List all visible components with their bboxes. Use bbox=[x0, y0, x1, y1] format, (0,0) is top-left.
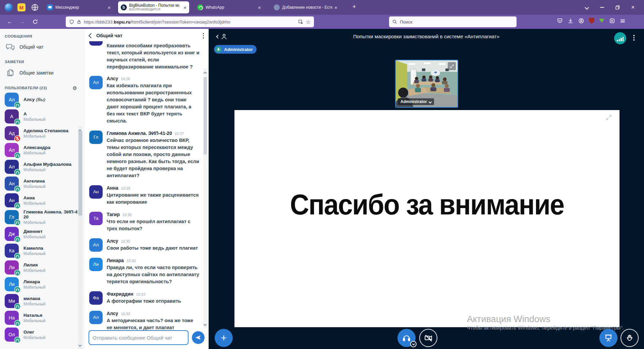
headphones-badge-icon bbox=[14, 118, 21, 125]
raise-hand-button[interactable] bbox=[621, 329, 639, 347]
back-button[interactable]: ← bbox=[5, 17, 14, 26]
user-list-item[interactable]: Ал Альфия Муфазалова Мобильный bbox=[0, 158, 85, 175]
downloads-icon[interactable] bbox=[568, 18, 574, 24]
savefrom-arrow-icon[interactable] bbox=[599, 19, 604, 23]
scroll-up-icon[interactable] bbox=[204, 70, 206, 76]
user-list-item[interactable]: Ка Камилла Мобильный bbox=[0, 242, 85, 259]
webcam-video[interactable]: Administrator bbox=[395, 60, 458, 108]
user-status-badge bbox=[14, 320, 21, 327]
user-list-item[interactable]: Ан Ангелина Мобильный bbox=[0, 175, 85, 192]
avatar-initials: Ан bbox=[9, 198, 14, 203]
restore-button[interactable] bbox=[610, 0, 625, 15]
tab-messenger[interactable]: Мессенджер × bbox=[44, 1, 115, 13]
user-list-item[interactable]: Ми милана Мобильный bbox=[0, 293, 85, 309]
ublock-icon[interactable] bbox=[589, 18, 594, 24]
chat-message-input[interactable]: Отправить сообщение Общий чат bbox=[89, 330, 189, 345]
scroll-down-icon[interactable] bbox=[79, 342, 81, 348]
tab-list-chevron-icon[interactable] bbox=[579, 0, 594, 15]
webcam-fullscreen-button[interactable] bbox=[448, 62, 456, 70]
user-avatar: Ли bbox=[5, 277, 19, 291]
lock-icon[interactable] bbox=[77, 19, 81, 24]
tab-whatsapp[interactable]: WhatsApp × bbox=[195, 1, 266, 13]
user-status-badge bbox=[14, 286, 21, 293]
globe-icon[interactable] bbox=[31, 3, 39, 11]
user-device-label: Мобильный bbox=[23, 318, 46, 323]
shield-icon[interactable] bbox=[69, 19, 74, 25]
tab-news[interactable]: Добавление новости - Естеств × bbox=[271, 1, 342, 13]
user-list: Ал Алсу(Вы) bbox=[0, 91, 85, 343]
chat-back-chevron-icon[interactable] bbox=[89, 33, 94, 38]
messenger-icon bbox=[47, 4, 53, 10]
user-list-item[interactable]: Ад Аделина Степанова Мобильный bbox=[0, 125, 85, 142]
reload-button[interactable] bbox=[31, 17, 40, 26]
pocket-icon[interactable] bbox=[557, 18, 563, 24]
user-device-label: Мобильный bbox=[23, 285, 46, 290]
user-status-badge bbox=[14, 202, 21, 209]
user-list-scrollbar[interactable] bbox=[78, 126, 83, 349]
addon-hand-icon[interactable] bbox=[609, 18, 615, 24]
forward-button[interactable]: → bbox=[18, 17, 27, 26]
webcam-user-dropdown[interactable]: Administrator bbox=[398, 98, 434, 105]
message-time: 10:26 bbox=[121, 77, 130, 81]
user-list-item[interactable]: На Наталья Мобильный bbox=[0, 309, 85, 326]
user-list-item[interactable]: Ан Анна Мобильный bbox=[0, 192, 85, 209]
menu-hamburger-icon[interactable]: ≡ bbox=[620, 17, 626, 24]
actions-plus-button[interactable]: + bbox=[215, 329, 233, 347]
sidebar-item-public-chat[interactable]: Общий чат bbox=[0, 40, 85, 54]
tab-close-icon[interactable]: × bbox=[183, 5, 186, 10]
search-bar[interactable]: Поиск bbox=[389, 16, 517, 27]
restore-presentation-button[interactable] bbox=[599, 329, 618, 347]
scrollbar-thumb[interactable] bbox=[78, 132, 82, 215]
mail-icon[interactable]: М bbox=[17, 3, 25, 11]
chat-title[interactable]: Общий чат bbox=[96, 33, 203, 38]
audio-options-chevron[interactable] bbox=[410, 341, 417, 347]
user-list-item[interactable]: Гл Глимова Анжела. ЭИП-41-20 Мобильный bbox=[0, 209, 85, 226]
bookmark-star-icon[interactable]: ☆ bbox=[306, 19, 311, 25]
user-list-item[interactable]: А А Мобильный bbox=[0, 108, 85, 125]
user-list-item[interactable]: Ал Алсу(Вы) bbox=[0, 91, 85, 108]
tab-close-icon[interactable]: × bbox=[334, 5, 337, 10]
presentation-stage: Попытки маскировки заимствований в систе… bbox=[209, 29, 644, 349]
manage-users-gear-icon[interactable]: ⚙ bbox=[72, 85, 77, 91]
tab-bigbluebutton[interactable]: b BigBlueButton - Попытки маск ВОСПРОИЗВ… bbox=[118, 1, 189, 13]
user-list-item[interactable]: Ли Линара Мобильный bbox=[0, 276, 85, 293]
send-message-button[interactable] bbox=[192, 331, 205, 344]
chat-options-kebab-icon[interactable] bbox=[203, 33, 204, 39]
chat-message: Ал Алсу 10:30 Свои работы тоже ведь дают… bbox=[89, 238, 200, 252]
chat-header: Общий чат bbox=[85, 29, 209, 41]
close-window-button[interactable]: × bbox=[625, 0, 641, 15]
user-list-item[interactable]: Ли Лилия Мобильный bbox=[0, 259, 85, 276]
user-avatar: Дж bbox=[5, 227, 19, 241]
user-list-item[interactable]: Дж Дженнет Мобильный bbox=[0, 226, 85, 242]
headphones-badge-icon bbox=[14, 269, 21, 276]
audio-headphones-button[interactable] bbox=[397, 329, 416, 347]
pinned-app-icon[interactable] bbox=[5, 3, 13, 11]
user-avatar: На bbox=[5, 311, 19, 325]
scroll-down-icon[interactable] bbox=[204, 321, 206, 327]
tab-close-icon[interactable]: × bbox=[108, 5, 111, 10]
talking-indicator[interactable]: Administrator bbox=[214, 45, 257, 54]
options-kebab-icon[interactable] bbox=[633, 35, 635, 41]
message-text: Свои работы тоже ведь дают плагиат bbox=[107, 245, 198, 252]
new-tab-button[interactable]: + bbox=[350, 3, 358, 10]
sidebar-item-shared-notes[interactable]: Общие заметки bbox=[0, 65, 85, 81]
avatar-initials: Ли bbox=[9, 265, 14, 270]
chat-message: Фа Фахриддин 10:33 А фотографии тоже отп… bbox=[89, 291, 200, 305]
user-list-item[interactable]: Ал Александра Мобильный bbox=[0, 142, 85, 158]
chat-scrollbar[interactable] bbox=[203, 68, 207, 328]
message-sender: Алсу bbox=[107, 238, 118, 244]
account-icon[interactable] bbox=[578, 18, 584, 24]
url-bar[interactable]: https://bbb233.bspu.ru/html5client/join?… bbox=[66, 16, 314, 27]
user-avatar: Ан bbox=[5, 177, 19, 191]
camera-off-button[interactable] bbox=[419, 329, 437, 347]
minimize-button[interactable] bbox=[594, 0, 610, 15]
connection-status-button[interactable] bbox=[614, 32, 626, 44]
message-avatar: Фа bbox=[89, 291, 103, 305]
slide-fullscreen-button[interactable] bbox=[605, 114, 612, 122]
tab-close-icon[interactable]: × bbox=[258, 5, 261, 10]
message-time: 10:28 bbox=[121, 186, 130, 190]
user-avatar: Ми bbox=[5, 294, 19, 308]
screenshot-icon[interactable] bbox=[298, 19, 303, 24]
user-list-item[interactable]: Ол Олег Мобильный bbox=[0, 326, 85, 343]
scrollbar-thumb[interactable] bbox=[204, 77, 207, 154]
